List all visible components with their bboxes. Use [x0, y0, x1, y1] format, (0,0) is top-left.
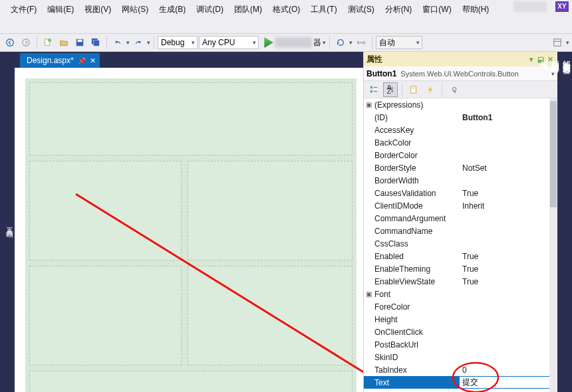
- menu-item[interactable]: 调试(D): [191, 1, 229, 17]
- menu-item[interactable]: 视图(V): [79, 1, 116, 17]
- layout-cell[interactable]: [188, 266, 353, 365]
- property-row[interactable]: BorderStyleNotSet: [364, 161, 549, 174]
- property-row[interactable]: CssClass: [364, 237, 549, 250]
- menu-item[interactable]: 窗口(W): [417, 1, 456, 17]
- property-row[interactable]: TabIndex0: [364, 363, 549, 376]
- document-tab-design[interactable]: Design.aspx* 📌 ✕: [20, 53, 100, 68]
- menu-item[interactable]: 文件(F): [5, 1, 42, 17]
- property-name: Font: [373, 290, 460, 299]
- property-value[interactable]: True: [460, 277, 549, 286]
- start-debug-button[interactable]: [263, 37, 273, 48]
- properties-grid[interactable]: ▣(Expressions)(ID)Button1AccessKeyBackCo…: [364, 98, 557, 392]
- property-row[interactable]: BackColor: [364, 136, 549, 149]
- property-row[interactable]: BorderWidth: [364, 174, 549, 187]
- property-value[interactable]: 提交: [460, 377, 549, 388]
- alphabetical-button[interactable]: AZ: [383, 82, 398, 97]
- property-value[interactable]: Inherit: [460, 201, 549, 211]
- property-name: BorderStyle: [373, 163, 460, 173]
- property-name: AccessKey: [373, 126, 460, 135]
- property-row[interactable]: CommandArgument: [364, 212, 549, 225]
- refresh-button[interactable]: [333, 35, 348, 50]
- property-value[interactable]: True: [460, 189, 549, 198]
- panel-menu-icon[interactable]: ▾: [527, 55, 536, 64]
- expand-icon[interactable]: ▣: [364, 101, 373, 108]
- property-row[interactable]: EnabledTrue: [364, 250, 549, 262]
- property-name: CommandName: [373, 227, 460, 236]
- toolbox-tab[interactable]: 工具箱: [0, 52, 15, 392]
- categorized-button[interactable]: [366, 82, 381, 97]
- property-row[interactable]: Text提交: [364, 376, 549, 389]
- property-row[interactable]: AccessKey: [364, 124, 549, 136]
- menu-item[interactable]: 测试(S): [343, 1, 380, 17]
- design-body[interactable]: [25, 78, 357, 392]
- property-value[interactable]: NotSet: [460, 163, 549, 173]
- layout-button[interactable]: [550, 35, 565, 50]
- nav-fwd-button[interactable]: [19, 35, 33, 50]
- property-row[interactable]: EnableViewStateTrue: [364, 275, 549, 288]
- property-value[interactable]: 0: [460, 365, 549, 375]
- properties-object-selector[interactable]: Button1 System.Web.UI.WebControls.Button…: [364, 66, 557, 81]
- browser-select[interactable]: [275, 37, 312, 48]
- platform-dropdown[interactable]: Any CPU: [199, 36, 259, 49]
- menu-item[interactable]: 生成(B): [154, 1, 191, 17]
- redo-button[interactable]: [131, 35, 146, 50]
- save-all-button[interactable]: [88, 35, 103, 50]
- save-button[interactable]: [72, 35, 87, 50]
- property-row[interactable]: PostBackUrl: [364, 338, 549, 351]
- undo-button[interactable]: [110, 35, 125, 50]
- svg-point-0: [7, 39, 14, 47]
- menu-item[interactable]: 工具(T): [305, 1, 342, 17]
- property-pages-button[interactable]: [446, 82, 461, 97]
- account-badge[interactable]: XY: [555, 1, 569, 12]
- layout-cell[interactable]: [29, 266, 182, 365]
- properties-object-type: System.Web.UI.WebControls.Button: [400, 70, 547, 78]
- menu-item[interactable]: 帮助(H): [457, 1, 495, 17]
- properties-page-button[interactable]: [406, 82, 421, 97]
- property-name: SkinID: [373, 353, 460, 362]
- menu-item[interactable]: 网站(S): [116, 1, 154, 17]
- property-row[interactable]: ▣Font: [364, 288, 549, 300]
- svg-rect-7: [94, 41, 100, 47]
- nav-back-button[interactable]: [3, 35, 17, 50]
- property-name: Enabled: [373, 252, 460, 261]
- svg-rect-5: [78, 40, 82, 43]
- property-row[interactable]: EnableThemingTrue: [364, 262, 549, 275]
- property-value[interactable]: True: [460, 252, 549, 261]
- main-toolbar: ▾ ▾ Debug Any CPU 器 ▾ ▾ 自动 ▾: [0, 33, 572, 52]
- layout-cell[interactable]: [188, 161, 353, 260]
- new-item-button[interactable]: [41, 35, 55, 50]
- svg-rect-8: [554, 39, 561, 47]
- property-row[interactable]: ForeColor: [364, 300, 549, 313]
- property-value[interactable]: True: [460, 264, 549, 274]
- svg-rect-18: [411, 86, 416, 93]
- properties-scrollbar[interactable]: [549, 98, 557, 392]
- property-row[interactable]: (ID)Button1: [364, 111, 549, 124]
- property-row[interactable]: Height: [364, 313, 549, 326]
- expand-icon[interactable]: ▣: [364, 290, 373, 298]
- property-row[interactable]: ClientIDModeInherit: [364, 199, 549, 212]
- property-row[interactable]: SkinID: [364, 351, 549, 363]
- auto-dropdown[interactable]: 自动: [376, 36, 422, 49]
- menu-item[interactable]: 格式(O): [267, 1, 305, 17]
- events-button[interactable]: [423, 82, 438, 97]
- property-row[interactable]: BorderColor: [364, 149, 549, 161]
- layout-cell[interactable]: [29, 371, 353, 392]
- property-row[interactable]: ▣(Expressions): [364, 98, 549, 111]
- open-button[interactable]: [57, 35, 71, 50]
- menu-item[interactable]: 分析(N): [380, 1, 418, 17]
- property-name: ForeColor: [373, 302, 460, 312]
- close-icon[interactable]: ✕: [90, 56, 96, 65]
- layout-cell[interactable]: [29, 82, 353, 155]
- layout-cell[interactable]: [29, 161, 182, 260]
- pin-icon[interactable]: 📌: [78, 57, 86, 64]
- menu-item[interactable]: 编辑(E): [42, 1, 79, 17]
- config-dropdown[interactable]: Debug: [158, 36, 198, 49]
- property-value[interactable]: Button1: [460, 113, 549, 122]
- collapsed-tab[interactable]: 解决方案资源管理器: [561, 54, 572, 385]
- design-surface[interactable]: [15, 68, 363, 392]
- menu-item[interactable]: 团队(M): [229, 1, 267, 17]
- property-row[interactable]: CausesValidationTrue: [364, 187, 549, 199]
- property-row[interactable]: OnClientClick: [364, 326, 549, 338]
- link-button[interactable]: [354, 35, 368, 50]
- property-row[interactable]: CommandName: [364, 225, 549, 237]
